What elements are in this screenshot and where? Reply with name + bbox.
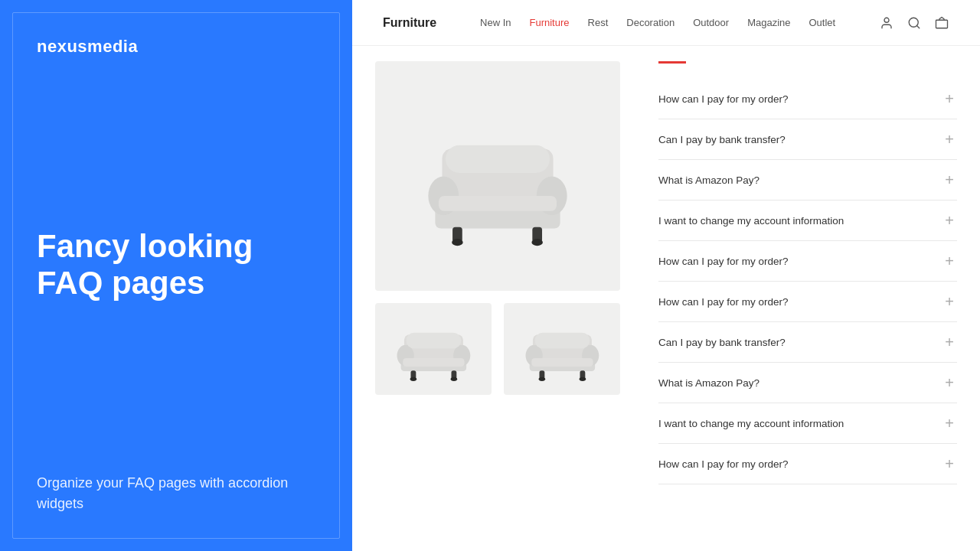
faq-item-6[interactable]: How can I pay for my order?: [658, 282, 957, 322]
faq-expand-icon-1[interactable]: [942, 91, 957, 106]
faq-expand-icon-10[interactable]: [942, 456, 957, 471]
faq-question-10: How can I pay for my order?: [658, 458, 789, 470]
headline-area: Fancy looking FAQ pages: [37, 57, 315, 473]
search-icon[interactable]: [906, 15, 922, 31]
bag-icon[interactable]: [934, 15, 949, 31]
faq-item-5[interactable]: How can I pay for my order?: [658, 241, 957, 282]
svg-rect-9: [439, 195, 557, 210]
right-panel: Furniture New In Furniture Rest Decorati…: [352, 0, 980, 551]
svg-rect-18: [406, 333, 461, 349]
product-thumb-right[interactable]: [504, 303, 620, 395]
faq-question-6: How can I pay for my order?: [658, 296, 789, 308]
faq-item-3[interactable]: What is Amazon Pay?: [658, 160, 957, 201]
user-icon[interactable]: [879, 15, 894, 31]
faq-expand-icon-4[interactable]: [942, 213, 957, 228]
faq-question-4: I want to change my account information: [658, 215, 844, 227]
svg-point-13: [531, 239, 543, 246]
header-icons: [879, 15, 949, 31]
nav-item-furniture[interactable]: Furniture: [530, 17, 570, 28]
svg-point-12: [452, 239, 463, 246]
faq-question-9: I want to change my account information: [658, 418, 844, 429]
nav-item-new-in[interactable]: New In: [480, 17, 511, 28]
faq-question-5: How can I pay for my order?: [658, 256, 789, 267]
faq-question-8: What is Amazon Pay?: [658, 377, 760, 389]
faq-expand-icon-6[interactable]: [942, 294, 957, 309]
faq-expand-icon-7[interactable]: [942, 334, 957, 350]
site-logo: Furniture: [383, 16, 436, 30]
svg-point-33: [579, 377, 586, 381]
faq-item-2[interactable]: Can I pay by bank transfer?: [658, 119, 957, 160]
headline: Fancy looking FAQ pages: [37, 228, 315, 302]
faq-item-1[interactable]: How can I pay for my order?: [658, 79, 957, 119]
left-panel: nexusmedia Fancy looking FAQ pages Organ…: [0, 0, 352, 551]
svg-rect-8: [446, 145, 550, 172]
faq-question-3: What is Amazon Pay?: [658, 174, 760, 186]
faq-expand-icon-9[interactable]: [942, 416, 957, 431]
faq-item-8[interactable]: What is Amazon Pay?: [658, 363, 957, 403]
svg-point-32: [538, 377, 545, 381]
svg-rect-3: [936, 20, 948, 28]
product-thumbs: [375, 303, 620, 395]
svg-point-0: [884, 18, 889, 22]
nav-item-outlet[interactable]: Outlet: [809, 17, 836, 28]
svg-line-2: [916, 25, 919, 28]
faq-item-9[interactable]: I want to change my account information: [658, 403, 957, 444]
faq-accent: [658, 61, 686, 64]
faq-expand-icon-2[interactable]: [942, 132, 957, 147]
faq-expand-icon-8[interactable]: [942, 375, 957, 390]
faq-area: How can I pay for my order? Can I pay by…: [643, 46, 980, 551]
faq-expand-icon-3[interactable]: [942, 172, 957, 187]
brand-name: nexusmedia: [37, 37, 315, 57]
faq-item-4[interactable]: I want to change my account information: [658, 201, 957, 241]
faq-item-7[interactable]: Can I pay by bank transfer?: [658, 322, 957, 363]
faq-expand-icon-5[interactable]: [942, 253, 957, 269]
faq-item-10[interactable]: How can I pay for my order?: [658, 444, 957, 484]
brand-suffix: media: [87, 37, 138, 56]
svg-rect-29: [531, 358, 593, 367]
faq-question-2: Can I pay by bank transfer?: [658, 134, 786, 145]
product-thumb-left[interactable]: [375, 303, 492, 395]
product-main-image: [375, 61, 620, 291]
product-area: [352, 46, 643, 551]
subtitle: Organize your FAQ pages with accordion w…: [37, 473, 315, 514]
faq-question-7: Can I pay by bank transfer?: [658, 337, 786, 348]
nav-item-magazine[interactable]: Magazine: [747, 17, 790, 28]
brand-prefix: nexus: [37, 37, 87, 56]
main-nav: New In Furniture Rest Decoration Outdoor…: [480, 17, 835, 28]
svg-rect-28: [534, 333, 590, 349]
svg-rect-19: [403, 358, 464, 367]
header: Furniture New In Furniture Rest Decorati…: [352, 0, 980, 46]
nav-item-outdoor[interactable]: Outdoor: [693, 17, 729, 28]
svg-point-23: [450, 377, 457, 381]
nav-item-decoration[interactable]: Decoration: [626, 17, 675, 28]
main-content: How can I pay for my order? Can I pay by…: [352, 46, 980, 551]
nav-item-rest[interactable]: Rest: [588, 17, 609, 28]
svg-point-22: [410, 377, 416, 381]
faq-question-1: How can I pay for my order?: [658, 93, 789, 105]
